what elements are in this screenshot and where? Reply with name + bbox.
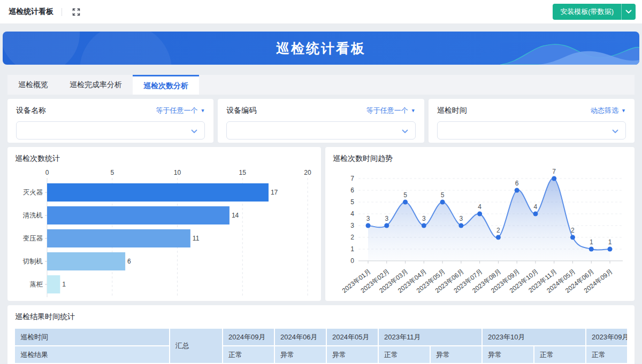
topbar: 巡检统计看板 安装模板(带数据) — [0, 0, 642, 24]
svg-text:3: 3 — [385, 215, 388, 222]
svg-text:6: 6 — [127, 258, 131, 265]
corner-result: 巡检结果 — [15, 346, 170, 364]
svg-text:5: 5 — [441, 191, 445, 199]
install-button-group: 安装模板(带数据) — [553, 4, 636, 20]
month-header: 2024年09月 — [223, 329, 275, 346]
svg-text:6: 6 — [515, 180, 519, 187]
bar-切制机 — [47, 252, 125, 270]
svg-text:3: 3 — [366, 215, 370, 222]
caret-down-icon: ▼ — [411, 109, 416, 113]
caret-down-icon: ▼ — [200, 109, 205, 113]
filter-operator-text: 等于任意一个 — [366, 106, 408, 115]
bar-变压器 — [47, 229, 190, 247]
svg-text:4: 4 — [350, 210, 354, 218]
svg-text:5: 5 — [403, 191, 407, 199]
install-dropdown-button[interactable] — [621, 4, 636, 20]
filter-operator[interactable]: 等于任意一个▼ — [156, 106, 205, 115]
corner-time: 巡检时间 — [15, 329, 170, 346]
month-header: 2024年06月 — [275, 329, 327, 346]
svg-text:1: 1 — [590, 238, 593, 246]
table-title: 巡检结果时间统计 — [15, 312, 627, 322]
filters-row: 设备名称等于任意一个▼设备编码等于任意一个▼巡检时间动态筛选▼ — [7, 99, 635, 143]
result-header: 正常 — [534, 346, 586, 364]
banner-title: 巡检统计看板 — [276, 40, 366, 57]
filter-select[interactable] — [226, 121, 415, 140]
svg-text:5: 5 — [350, 198, 354, 206]
pivot-table: 巡检时间汇总2024年09月2024年06月2024年05月2023年11月20… — [15, 329, 627, 364]
data-point — [570, 235, 575, 240]
data-point — [552, 176, 556, 181]
data-point — [608, 247, 613, 252]
tab-bar: 巡检概览巡检完成率分析巡检次数分析 — [7, 75, 635, 95]
filter-panel-0: 设备名称等于任意一个▼ — [7, 99, 213, 143]
bar-chart-panel: 巡检次数统计 05101520灭火器17清洗机14变压器11切制机6蒸柜1 — [7, 147, 321, 301]
app-title: 巡检统计看板 — [9, 7, 54, 17]
result-header: 正常 — [586, 346, 627, 364]
svg-text:3: 3 — [350, 222, 354, 229]
data-point — [589, 247, 594, 252]
svg-text:6: 6 — [350, 187, 354, 194]
result-header: 异常 — [327, 346, 379, 364]
svg-text:0: 0 — [45, 169, 49, 176]
filter-select[interactable] — [437, 121, 626, 140]
svg-text:15: 15 — [239, 169, 247, 176]
bar-蒸柜 — [47, 275, 60, 293]
svg-text:2: 2 — [350, 234, 354, 241]
filter-head: 巡检时间动态筛选▼ — [437, 106, 626, 115]
filter-select[interactable] — [16, 121, 205, 140]
tab-0[interactable]: 巡检概览 — [7, 75, 59, 95]
filter-operator-text: 动态筛选 — [591, 106, 618, 115]
table-panel: 巡检结果时间统计 巡检时间汇总2024年09月2024年06月2024年05月2… — [7, 305, 635, 364]
result-header: 异常 — [431, 346, 483, 364]
tab-2[interactable]: 巡检次数分析 — [133, 75, 199, 95]
filter-head: 设备编码等于任意一个▼ — [226, 106, 415, 115]
bar-chart-title: 巡检次数统计 — [15, 154, 314, 164]
month-header: 2023年10月 — [483, 329, 586, 346]
filter-operator[interactable]: 动态筛选▼ — [591, 106, 626, 115]
filter-operator-text: 等于任意一个 — [156, 106, 197, 115]
data-point — [366, 223, 371, 228]
install-template-button[interactable]: 安装模板(带数据) — [553, 4, 621, 20]
line-chart-title: 巡检次数时间趋势 — [333, 154, 627, 164]
data-point — [384, 223, 389, 228]
svg-text:灭火器: 灭火器 — [23, 189, 43, 196]
tab-1[interactable]: 巡检完成率分析 — [59, 75, 133, 95]
result-header: 正常 — [223, 346, 275, 364]
chevron-down-icon — [625, 10, 632, 14]
svg-text:3: 3 — [460, 215, 463, 222]
result-header: 正常 — [379, 346, 431, 364]
filter-head: 设备名称等于任意一个▼ — [16, 106, 205, 115]
fullscreen-button[interactable] — [70, 6, 82, 18]
data-point — [440, 200, 445, 205]
dashboard-banner: 巡检统计看板 — [3, 32, 639, 65]
banner-decoration-right — [500, 32, 639, 65]
bar-清洗机 — [47, 206, 230, 224]
svg-text:2: 2 — [571, 227, 575, 234]
filter-panel-1: 设备编码等于任意一个▼ — [218, 99, 424, 143]
banner-decoration-left — [3, 32, 174, 65]
svg-text:10: 10 — [174, 169, 181, 176]
svg-text:切制机: 切制机 — [22, 258, 43, 265]
svg-text:0: 0 — [350, 257, 354, 265]
expand-icon — [72, 8, 80, 16]
table-header-row-result: 巡检结果正常异常异常正常异常异常正常正常 — [15, 346, 627, 364]
svg-text:7: 7 — [350, 175, 354, 182]
month-header: 2023年11月 — [379, 329, 483, 346]
svg-text:17: 17 — [271, 189, 278, 196]
line-chart: 0123456732023年01月32023年02月52023年03月32023… — [333, 167, 627, 301]
svg-text:4: 4 — [478, 203, 482, 211]
bar-chart: 05101520灭火器17清洗机14变压器11切制机6蒸柜1 — [15, 167, 314, 300]
table-header-row-time: 巡检时间汇总2024年09月2024年06月2024年05月2023年11月20… — [15, 329, 627, 346]
filter-label: 设备编码 — [226, 106, 256, 115]
table-wrap: 巡检时间汇总2024年09月2024年06月2024年05月2023年11月20… — [15, 329, 627, 364]
chevron-down-icon — [191, 129, 197, 134]
caret-down-icon: ▼ — [621, 109, 626, 113]
result-header: 异常 — [275, 346, 327, 364]
filter-operator[interactable]: 等于任意一个▼ — [366, 106, 416, 115]
svg-text:清洗机: 清洗机 — [23, 212, 43, 219]
data-point — [477, 212, 482, 216]
data-point — [496, 235, 501, 240]
svg-text:14: 14 — [232, 212, 239, 219]
data-point — [403, 200, 408, 205]
svg-text:3: 3 — [422, 215, 426, 222]
